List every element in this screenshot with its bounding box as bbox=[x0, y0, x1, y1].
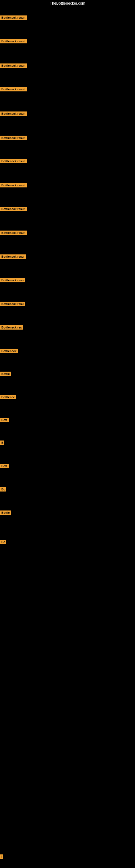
bottleneck-badge: Bottleneck resu bbox=[0, 302, 25, 306]
bottleneck-badge: Bottleneck result bbox=[0, 112, 27, 116]
bottleneck-badge: Bottle bbox=[0, 372, 11, 376]
bottleneck-badge: Bottleneck result bbox=[0, 207, 27, 211]
bottleneck-badge: Bott bbox=[0, 418, 9, 422]
bottleneck-badge: Bottleneck result bbox=[0, 159, 27, 163]
bottleneck-badge: Bottleneck result bbox=[0, 230, 27, 235]
badges-container: Bottleneck resultBottleneck resultBottle… bbox=[0, 0, 135, 868]
bottleneck-badge: Bott bbox=[0, 464, 9, 468]
bottleneck-badge: Bottleneck result bbox=[0, 16, 27, 20]
bottleneck-badge: B bbox=[0, 440, 4, 445]
bottleneck-badge: Bo bbox=[0, 487, 6, 492]
bottleneck-badge: Bo bbox=[0, 540, 6, 544]
bottleneck-badge: Bottleneck res bbox=[0, 325, 23, 330]
bottleneck-badge: Bottleneck resu bbox=[0, 278, 25, 282]
bottleneck-badge: Bottlenec bbox=[0, 395, 16, 399]
bottleneck-badge: Bottleneck result bbox=[0, 39, 27, 43]
bottleneck-badge: Bottleneck result bbox=[0, 87, 27, 91]
bottleneck-badge: Bottleneck resul bbox=[0, 254, 26, 259]
bottleneck-badge: Bottleneck result bbox=[0, 135, 27, 140]
bottleneck-badge: Bottleneck result bbox=[0, 183, 27, 187]
bottleneck-badge: | bbox=[0, 855, 3, 859]
bottleneck-badge: Bottle bbox=[0, 510, 11, 515]
bottleneck-badge: Bottleneck bbox=[0, 349, 18, 353]
bottleneck-badge: Bottleneck result bbox=[0, 63, 27, 68]
